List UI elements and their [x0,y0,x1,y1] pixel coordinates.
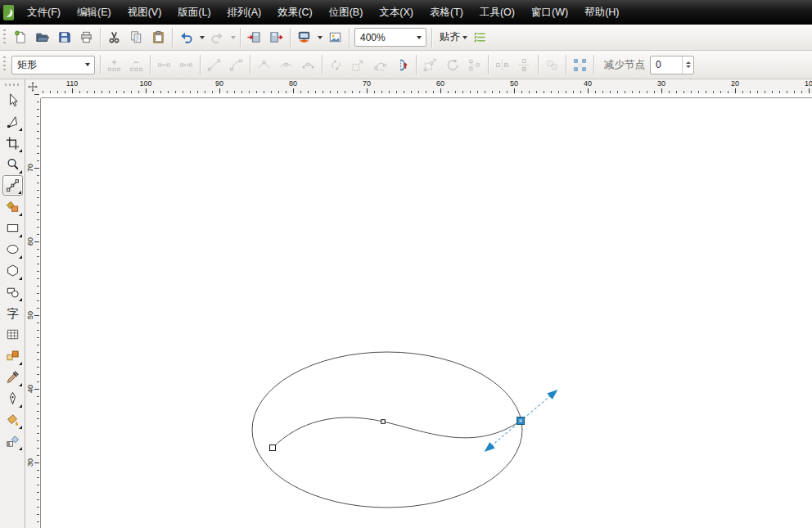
polygon-tool[interactable] [2,260,23,281]
crop-tool[interactable] [2,133,23,153]
chevron-down-icon[interactable] [412,29,426,46]
canvas-area[interactable] [39,93,812,528]
menu-help[interactable]: 帮助(H) [576,0,627,25]
property-bar-grip[interactable] [3,56,6,73]
pick-tool-icon [5,93,20,108]
curve-smoothness-stepper[interactable] [682,56,693,74]
menu-table[interactable]: 表格(T) [422,0,471,25]
toolbar-grip[interactable] [3,29,6,46]
eyedropper-tool[interactable] [2,367,23,387]
zoom-tool[interactable] [2,154,23,174]
convert-to-curve-button[interactable] [225,54,247,75]
cusp-node-button[interactable] [253,54,275,75]
vertical-ruler[interactable]: 7060504030 [25,93,40,528]
paste-icon [151,29,166,45]
curve-node-smooth[interactable] [381,420,386,424]
align-nodes-button[interactable] [463,54,485,75]
basic-shapes-tool[interactable] [2,282,23,302]
save-button[interactable] [53,27,75,48]
menu-bitmaps[interactable]: 位图(B) [321,0,372,25]
rectangle-tool[interactable] [2,218,23,238]
delete-node-button[interactable] [125,54,147,75]
ellipse-shape[interactable] [252,352,522,508]
cut-button[interactable] [103,27,125,48]
menu-file[interactable]: 文件(F) [19,0,69,25]
fill-tool[interactable] [2,409,23,430]
curve-node-start[interactable] [270,445,276,451]
menu-view[interactable]: 视图(V) [120,0,170,25]
snap-to-button[interactable]: 贴齐 [435,27,469,48]
undo-dropdown[interactable] [197,27,206,48]
text-tool[interactable]: 字 [2,303,23,323]
menu-effects[interactable]: 效果(C) [269,0,320,25]
toolbox-grip[interactable] [5,83,20,86]
open-button[interactable] [31,27,53,48]
select-all-nodes-button[interactable] [569,54,591,75]
property-bar-items: 矩形减少节点0 [9,54,694,75]
symmetrical-node-button[interactable] [297,54,319,75]
smart-fill-tool[interactable] [2,196,23,217]
convert-to-line-button[interactable] [203,54,225,75]
ruler-origin-button[interactable] [25,79,39,93]
redo-button[interactable] [206,27,228,48]
horizontal-ruler[interactable]: 110100908070605040302010 [39,79,812,94]
menu-layout[interactable]: 版面(L) [169,0,219,25]
separator [100,28,101,47]
menu-text[interactable]: 文本(X) [371,0,422,25]
menu-tools[interactable]: 工具(O) [471,0,523,25]
ruler-label: 40 [26,385,34,393]
standard-toolbar: 400%贴齐 [0,25,812,51]
application-launcher-button[interactable] [293,27,315,48]
ruler-label: 80 [289,79,297,88]
ellipse-tool[interactable] [2,239,23,259]
join-nodes-button[interactable] [153,54,175,75]
paste-button[interactable] [147,27,169,48]
flyout-indicator-icon [19,362,22,365]
chevron-down-icon[interactable] [80,56,94,74]
import-button[interactable] [243,27,265,48]
zoom-level-combo[interactable]: 400% [354,28,426,47]
menu-edit[interactable]: 编辑(E) [69,0,120,25]
add-node-button[interactable] [103,54,125,75]
welcome-screen-button[interactable] [324,27,346,48]
add-node-icon [106,57,122,73]
reflect-nodes-vertically-button[interactable] [513,54,535,75]
copy-button[interactable] [125,27,147,48]
smooth-node-button[interactable] [275,54,297,75]
new-document-button[interactable] [9,27,31,48]
selection-mode-combo[interactable]: 矩形 [11,56,95,74]
control-handle-arrow-in[interactable] [485,442,495,452]
flyout-indicator-icon [19,255,22,259]
break-curve-button[interactable] [175,54,197,75]
menu-window[interactable]: 窗口(W) [523,0,576,25]
elastic-mode-button[interactable] [541,54,563,75]
table-tool[interactable] [2,324,23,345]
interactive-fill-tool[interactable] [2,431,23,451]
drawing[interactable] [39,93,812,528]
shape-tool[interactable] [2,111,23,132]
print-button[interactable] [75,27,97,48]
snap-to-dropdown[interactable] [460,27,469,48]
application-launcher-dropdown[interactable] [315,27,324,48]
smooth-node-icon [278,57,294,73]
export-button[interactable] [265,27,287,48]
pick-tool[interactable] [2,90,23,111]
rotate-nodes-button[interactable] [441,54,463,75]
blend-tool[interactable] [2,345,23,366]
reverse-direction-button[interactable] [325,54,347,75]
control-handle-arrow-out[interactable] [547,390,557,399]
menu-arrange[interactable]: 排列(A) [219,0,270,25]
curve-smoothness-spinner[interactable]: 0 [650,56,694,74]
outline-pen-tool[interactable] [2,388,23,408]
extract-subpath-button[interactable] [347,54,369,75]
bezier-tool[interactable] [2,175,23,196]
options-button[interactable] [469,27,491,48]
curve-path[interactable] [273,417,521,448]
extend-curve-to-close-button[interactable] [369,54,391,75]
undo-button[interactable] [175,27,197,48]
close-curve-button[interactable] [391,54,413,75]
stretch-nodes-button[interactable] [419,54,441,75]
reflect-nodes-horizontally-button[interactable] [491,54,513,75]
redo-dropdown[interactable] [228,27,237,48]
ruler-label: 30 [26,458,34,467]
